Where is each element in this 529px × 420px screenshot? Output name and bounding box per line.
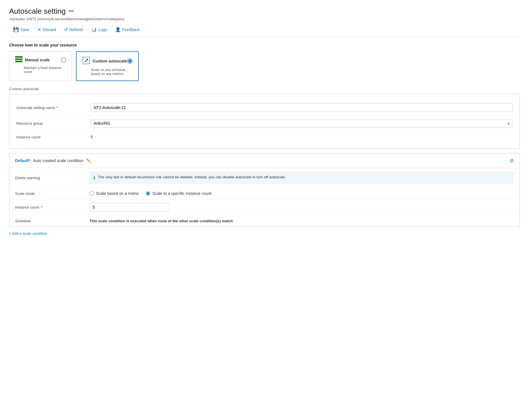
manual-scale-card[interactable]: Manual scale Maintain a fixed instance c… (9, 51, 72, 81)
delete-warning-row: Delete warning ℹ The very last or defaul… (15, 168, 514, 188)
scale-cards: Manual scale Maintain a fixed instance c… (9, 51, 520, 81)
resource-group-label: Resource group (16, 121, 91, 126)
choose-section-title: Choose how to scale your resource (9, 43, 520, 47)
manual-scale-desc: Maintain a fixed instance count (15, 66, 66, 74)
save-button[interactable]: 💾 Save (9, 25, 33, 34)
manual-scale-icon (15, 56, 23, 64)
custom-autoscale-section-label: Custom autoscale (9, 87, 520, 91)
more-options-icon[interactable]: ••• (69, 8, 74, 14)
scale-mode-options: Scale based on a metric Scale to a speci… (89, 191, 514, 196)
save-icon: 💾 (13, 27, 19, 32)
delete-warning-label: Delete warning (15, 176, 89, 180)
page-subtitle: mycluster-1/NT2 (microsoft.servicefabric… (9, 17, 520, 21)
edit-condition-icon[interactable]: ✏️ (86, 158, 91, 163)
condition-instance-count-label: Instance count * (15, 205, 89, 209)
schedule-row: Schedule This scale condition is execute… (15, 215, 514, 227)
info-icon: ℹ (93, 175, 95, 181)
resource-group-value: AnkurRG ∨ (91, 119, 513, 128)
condition-instance-count-input[interactable] (89, 203, 169, 211)
default-label: Default* (15, 158, 30, 163)
autoscale-name-input[interactable] (91, 103, 513, 112)
instance-count-label: Instance count (16, 135, 91, 139)
resource-group-select[interactable]: AnkurRG (91, 119, 513, 128)
custom-autoscale-radio[interactable] (127, 58, 133, 64)
manual-scale-radio[interactable] (61, 57, 66, 62)
condition-instance-count-row: Instance count * (15, 199, 514, 215)
feedback-icon: 👤 (115, 27, 121, 32)
logs-button[interactable]: 📊 Logs (87, 25, 111, 34)
autoscale-name-label: Autoscale setting name * (16, 106, 91, 110)
manual-scale-title: Manual scale (25, 58, 50, 62)
toolbar: 💾 Save ✕ Discard ↺ Refresh 📊 Logs 👤 Feed… (9, 25, 520, 37)
schedule-text: This scale condition is executed when no… (89, 219, 514, 223)
custom-autoscale-icon (82, 56, 90, 66)
instance-count-value: 5 (91, 135, 513, 139)
condition-box: Default* Auto created scale condition ✏️… (9, 153, 520, 227)
custom-autoscale-title: Custom autoscale (93, 59, 127, 63)
custom-autoscale-card[interactable]: Custom autoscale Scale on any schedule, … (76, 51, 139, 81)
condition-name: Auto created scale condition (33, 158, 83, 163)
condition-header-left: Default* Auto created scale condition ✏️ (15, 158, 91, 163)
delete-condition-icon[interactable]: ⊘ (510, 158, 514, 164)
logs-icon: 📊 (91, 27, 97, 32)
svg-rect-2 (15, 61, 23, 62)
condition-instance-count-required: * (41, 205, 42, 209)
scale-mode-label: Scale mode (15, 191, 89, 196)
add-condition-label: Add a scale condition (12, 231, 47, 236)
instance-count-row: Instance count 5 (16, 131, 513, 143)
scale-specific-radio[interactable] (146, 191, 150, 196)
add-condition-icon: + (9, 231, 11, 236)
condition-instance-count-value (89, 203, 514, 211)
condition-header: Default* Auto created scale condition ✏️… (9, 154, 520, 168)
svg-rect-0 (15, 56, 23, 58)
settings-box: Autoscale setting name * Resource group … (9, 94, 520, 149)
autoscale-name-value (91, 103, 513, 112)
refresh-icon: ↺ (64, 27, 68, 32)
discard-button[interactable]: ✕ Discard (33, 25, 60, 34)
scale-specific-option[interactable]: Scale to a specific instance count (146, 191, 211, 196)
autoscale-name-row: Autoscale setting name * (16, 100, 513, 116)
add-condition-button[interactable]: + Add a scale condition (9, 231, 520, 236)
refresh-button[interactable]: ↺ Refresh (60, 25, 87, 34)
feedback-button[interactable]: 👤 Feedback (111, 25, 144, 34)
scale-metric-radio[interactable] (89, 191, 94, 196)
condition-body: Delete warning ℹ The very last or defaul… (9, 168, 520, 227)
default-required-star: * (29, 158, 30, 163)
resource-group-row: Resource group AnkurRG ∨ (16, 116, 513, 131)
custom-autoscale-desc: Scale on any schedule, based on any metr… (82, 68, 133, 76)
svg-rect-1 (15, 58, 23, 60)
scale-metric-option[interactable]: Scale based on a metric (89, 191, 139, 196)
schedule-label: Schedule (15, 219, 89, 223)
autoscale-name-required: * (57, 106, 58, 110)
page-title: Autoscale setting ••• (9, 7, 74, 16)
discard-icon: ✕ (37, 27, 41, 32)
scale-mode-row: Scale mode Scale based on a metric Scale… (15, 188, 514, 199)
delete-warning-banner: ℹ The very last or default recurrence ru… (89, 171, 514, 184)
